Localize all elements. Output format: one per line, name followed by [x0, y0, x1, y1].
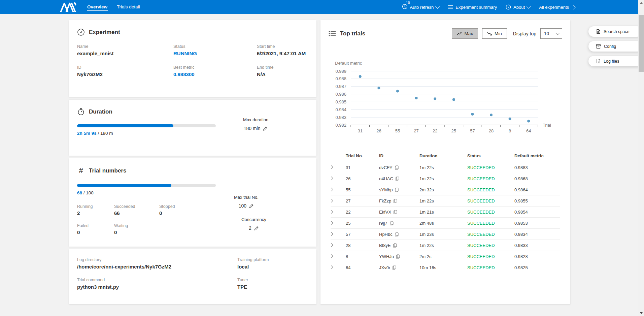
svg-text:26: 26: [376, 128, 381, 133]
top-trials-table: Trial No. ID Duration Status Default met…: [331, 150, 560, 273]
copy-icon[interactable]: [395, 232, 399, 236]
col-status: Status: [467, 153, 514, 158]
edit-icon[interactable]: [254, 226, 259, 231]
edit-icon[interactable]: [249, 203, 254, 209]
copy-icon[interactable]: [392, 265, 396, 270]
expand-row-icon[interactable]: [331, 164, 336, 170]
vertical-scrollbar[interactable]: [638, 0, 644, 316]
chevron-down-icon: [556, 31, 560, 35]
stat-succeeded: 66: [114, 210, 159, 216]
scroll-down-button[interactable]: [638, 310, 644, 316]
nni-logo-icon: [60, 2, 77, 12]
trial-id-cell: FkZzp: [379, 198, 419, 203]
field-label: Training platform: [237, 257, 308, 262]
min-button[interactable]: Min: [482, 28, 507, 39]
duration-cell: 1m 22s: [419, 243, 467, 248]
stat-running: 2: [77, 210, 114, 216]
table-row: 27 FkZzp 1m 22s SUCCEEDED 0.9855: [331, 195, 560, 207]
svg-text:27: 27: [414, 128, 418, 133]
stat-failed: 0: [77, 229, 114, 235]
expand-row-icon[interactable]: [331, 198, 336, 203]
copy-icon[interactable]: [389, 221, 394, 225]
stat-label: Waiting: [114, 223, 159, 228]
field-label: Best metric: [173, 65, 257, 70]
all-experiments-link[interactable]: All experiments: [539, 5, 575, 10]
trial-no-cell: 25: [346, 221, 379, 226]
table-row: 31 dvCFY 1m 22s SUCCEEDED 0.9883: [331, 162, 560, 173]
tab-overview[interactable]: Overview: [87, 3, 108, 11]
chevron-down-icon: [435, 4, 440, 9]
scroll-up-button[interactable]: [638, 0, 644, 6]
field-label: ID: [77, 65, 173, 70]
expand-row-icon[interactable]: [331, 176, 336, 181]
expand-row-icon[interactable]: [331, 253, 336, 259]
stat-label: Failed: [77, 223, 114, 228]
duration-cell: 1m 21s: [419, 210, 467, 215]
trial-id-cell: Bt8yE: [379, 243, 419, 248]
refresh-clock-icon: 10: [402, 4, 408, 10]
experiment-status: RUNNING: [173, 51, 257, 56]
field-label: Log directory: [77, 257, 237, 262]
expand-row-icon[interactable]: [331, 231, 336, 236]
log-files-button[interactable]: Log files: [588, 56, 642, 66]
expand-row-icon[interactable]: [331, 209, 336, 214]
copy-icon[interactable]: [395, 177, 399, 181]
search-space-button[interactable]: Search space: [588, 26, 642, 37]
expand-row-icon[interactable]: [331, 220, 336, 225]
stopwatch-icon: [77, 108, 85, 116]
svg-text:0.985: 0.985: [335, 99, 346, 104]
duration-cell: 2m 48s: [419, 221, 467, 226]
about-menu[interactable]: About: [506, 4, 530, 10]
svg-text:8: 8: [509, 128, 511, 133]
field-label: End time: [257, 65, 308, 70]
svg-text:28: 28: [489, 128, 494, 133]
status-cell: SUCCEEDED: [467, 243, 514, 248]
display-top-select[interactable]: 10: [540, 28, 562, 39]
expand-row-icon[interactable]: [331, 264, 336, 270]
chevron-right-icon: [571, 5, 576, 9]
edit-icon[interactable]: [263, 126, 268, 131]
svg-text:0.988: 0.988: [335, 76, 346, 81]
chevron-down-icon: [527, 4, 531, 9]
trials-total: / 100: [82, 190, 94, 195]
scrollbar-thumb[interactable]: [639, 15, 644, 72]
bulleted-list-icon: [329, 31, 336, 37]
config-button[interactable]: Config: [588, 41, 642, 52]
max-trial-label: Max trial No.: [234, 195, 259, 200]
copy-icon[interactable]: [396, 254, 400, 259]
copy-icon[interactable]: [395, 165, 399, 170]
trial-no-cell: 57: [346, 232, 379, 237]
status-cell: SUCCEEDED: [467, 210, 514, 215]
copy-icon[interactable]: [395, 188, 399, 192]
concurrency-label: Concurrency: [241, 217, 266, 222]
trial-id-cell: YWHJu: [379, 254, 419, 259]
field-label: Tuner: [237, 278, 308, 282]
col-id: ID: [379, 153, 419, 158]
copy-icon[interactable]: [393, 199, 397, 203]
svg-text:57: 57: [470, 128, 475, 133]
col-trial-no: Trial No.: [346, 153, 379, 158]
end-time: N/A: [257, 71, 308, 77]
table-row: 28 Bt8yE 1m 22s SUCCEEDED 0.9833: [331, 240, 560, 251]
svg-text:0.982: 0.982: [335, 123, 346, 128]
trial-no-cell: 27: [346, 198, 379, 203]
info-icon: [506, 4, 511, 10]
expand-row-icon[interactable]: [331, 187, 336, 192]
svg-text:0.987: 0.987: [335, 84, 346, 89]
duration-cell: 2m 2s: [419, 254, 467, 259]
start-time: 6/2/2021, 9:47:01 AM: [257, 51, 308, 56]
trial-id-cell: sYMbp: [379, 187, 419, 192]
copy-icon[interactable]: [393, 210, 397, 214]
experiment-summary-button[interactable]: Experiment summary: [448, 5, 497, 10]
metric-cell: 0.9864: [514, 187, 560, 192]
table-row: 55 sYMbp 2m 32s SUCCEEDED 0.9864: [331, 184, 560, 195]
tab-trials-detail[interactable]: Trials detail: [116, 3, 140, 11]
max-button[interactable]: Max: [452, 28, 478, 39]
max-duration-label: Max duration: [243, 117, 268, 122]
trial-id-cell: EkfVX: [379, 210, 419, 215]
auto-refresh-menu[interactable]: 10 Auto refresh: [402, 4, 439, 10]
svg-text:0.986: 0.986: [335, 92, 346, 97]
svg-text:0.984: 0.984: [335, 107, 346, 112]
expand-row-icon[interactable]: [331, 242, 336, 248]
copy-icon[interactable]: [393, 243, 397, 248]
